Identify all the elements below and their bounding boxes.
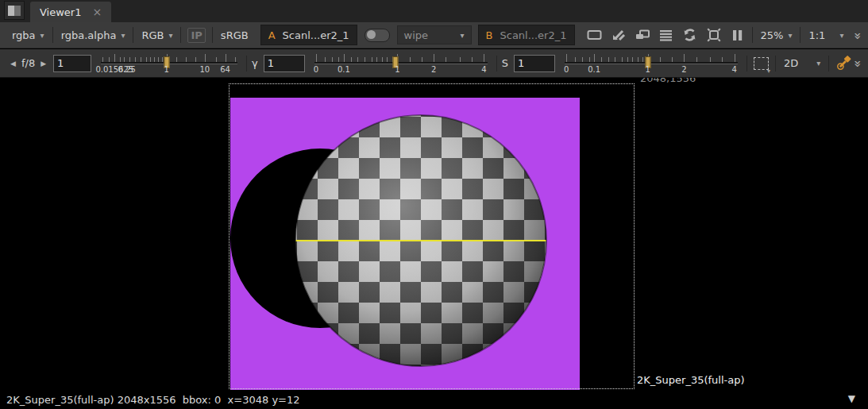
- pause-button[interactable]: [726, 25, 750, 45]
- input-a-dropdown[interactable]: A Scanl...er2_1: [260, 25, 357, 45]
- chevron-down-icon: ▾: [816, 59, 820, 68]
- saturation-slider[interactable]: 00.1124: [565, 50, 738, 77]
- refresh-button[interactable]: [678, 25, 702, 45]
- separator: [180, 27, 181, 43]
- pause-icon: [731, 29, 743, 41]
- wipe-mode-value: wipe: [404, 29, 429, 41]
- triangle-down-icon[interactable]: ▼: [848, 393, 855, 404]
- separator: [133, 27, 133, 43]
- chevron-down-icon: ▾: [121, 31, 125, 40]
- pixel-ratio-value: 1:1: [808, 29, 825, 41]
- monitor-output-button[interactable]: [583, 25, 607, 45]
- viewer-lut-value: sRGB: [221, 29, 249, 41]
- wipe-mode-dropdown[interactable]: wipe ▾: [397, 25, 472, 44]
- pane-icon-left-half: [8, 6, 14, 16]
- gamma-slider-track[interactable]: [314, 62, 488, 64]
- format-name-label: 2K_Super_35(full-ap): [637, 374, 745, 386]
- scanline-marker: [295, 240, 547, 241]
- pixel-ratio-dropdown[interactable]: 1:1 ▾: [803, 25, 849, 44]
- display-mode-value: RGB: [141, 29, 164, 41]
- status-bar: 2K_Super_35(full-ap) 2048x1556 bbox: 0 x…: [0, 391, 868, 409]
- refresh-icon: [682, 28, 697, 42]
- view-mode-value: 2D: [784, 57, 798, 69]
- input-b-badge: B: [486, 29, 493, 41]
- toolbar-collapse-button[interactable]: »: [855, 56, 862, 71]
- chevron-down-icon: ▾: [168, 31, 172, 40]
- tab-viewer1[interactable]: Viewer1 ×: [30, 2, 111, 22]
- tab-title: Viewer1: [40, 6, 81, 18]
- eyedropper-icon: [836, 56, 851, 71]
- overlapping-windows-icon: [635, 29, 650, 41]
- viewer-toolbar-top: rgba ▾ rgba.alpha ▾ RGB ▾ IP sRGB A Scan…: [0, 22, 868, 48]
- gamma-input[interactable]: [264, 55, 305, 72]
- roi-button[interactable]: [607, 25, 631, 45]
- alpha-channel-value: rgba.alpha: [61, 29, 117, 41]
- close-icon[interactable]: ×: [92, 6, 102, 17]
- zoom-level-dropdown[interactable]: 25% ▾: [755, 25, 798, 44]
- selection-marquee-icon[interactable]: ▾: [754, 57, 769, 70]
- separator: [496, 56, 497, 71]
- gain-input[interactable]: [53, 55, 91, 72]
- chevron-down-icon: ▾: [41, 31, 44, 40]
- gamma-label: γ: [249, 57, 260, 69]
- input-b-value: Scanl...er2_1: [500, 29, 567, 41]
- exposure-prev-icon[interactable]: ◀: [6, 60, 20, 68]
- status-info: 2K_Super_35(full-ap) 2048x1556 bbox: 0 x…: [6, 394, 300, 406]
- saturation-label: S: [500, 57, 511, 69]
- viewer-canvas[interactable]: 2048,1556 2K_Super_35(full-ap): [0, 78, 868, 391]
- toolbar-collapse-button[interactable]: »: [855, 28, 862, 43]
- wipe-toggle[interactable]: [365, 29, 390, 42]
- separator: [775, 56, 776, 71]
- saturation-slider-track[interactable]: [565, 62, 738, 64]
- input-process-button[interactable]: IP: [187, 28, 205, 43]
- view-mode-dropdown[interactable]: 2D ▾: [778, 54, 826, 73]
- exposure-label: f/8: [20, 57, 37, 69]
- input-b-dropdown[interactable]: B Scanl...er2_1: [478, 25, 575, 45]
- separator: [246, 56, 247, 71]
- monitor-icon: [587, 29, 602, 41]
- stack-mode-button[interactable]: [654, 25, 678, 45]
- crosshair-icon: [707, 28, 721, 42]
- separator: [752, 27, 753, 43]
- pane-icon-right-half: [14, 6, 21, 16]
- zoom-level-value: 25%: [761, 29, 784, 41]
- diagonal-stripes-icon: [611, 29, 626, 41]
- chevron-down-icon: ▾: [839, 31, 843, 40]
- viewer-toolbar-color: ◀ f/8 ▶ 0.0156250.2511064 γ 00.1124 S 00…: [0, 49, 868, 78]
- alpha-channel-dropdown[interactable]: rgba.alpha ▾: [56, 25, 131, 44]
- separator: [746, 56, 747, 71]
- wipe-toggle-knob: [367, 30, 376, 39]
- double-chevron-down-icon: »: [851, 60, 866, 67]
- gain-slider[interactable]: 0.0156250.2511064: [101, 50, 237, 77]
- double-chevron-down-icon: »: [851, 32, 866, 38]
- viewer-lut-button[interactable]: sRGB: [215, 25, 254, 44]
- format-resolution-label: 2048,1556: [640, 78, 696, 84]
- exposure-next-icon[interactable]: ▶: [37, 60, 50, 68]
- nuke-viewer-panel: Viewer1 × rgba ▾ rgba.alpha ▾ RGB ▾ IP s…: [0, 0, 868, 409]
- layer-dropdown-value: rgba: [12, 29, 36, 41]
- pane-menu-icon[interactable]: [4, 1, 25, 20]
- chevron-down-icon: ▾: [767, 68, 770, 75]
- separator: [52, 27, 53, 43]
- separator: [828, 56, 829, 71]
- input-a-badge: A: [268, 29, 276, 41]
- gamma-slider[interactable]: 00.1124: [314, 50, 488, 77]
- separator: [212, 27, 213, 43]
- horizontal-lines-icon: [659, 29, 673, 41]
- display-mode-dropdown[interactable]: RGB ▾: [136, 25, 178, 44]
- tab-bar: Viewer1 ×: [0, 0, 868, 22]
- separator: [800, 27, 800, 43]
- layer-dropdown[interactable]: rgba ▾: [6, 25, 50, 44]
- saturation-input[interactable]: [514, 55, 555, 72]
- rendered-image: [0, 78, 868, 391]
- chevron-down-icon: ▾: [788, 31, 792, 40]
- center-view-button[interactable]: [702, 25, 726, 45]
- new-viewer-button[interactable]: [631, 25, 654, 45]
- chevron-down-icon: ▾: [461, 31, 465, 40]
- input-a-value: Scanl...er2_1: [283, 29, 349, 41]
